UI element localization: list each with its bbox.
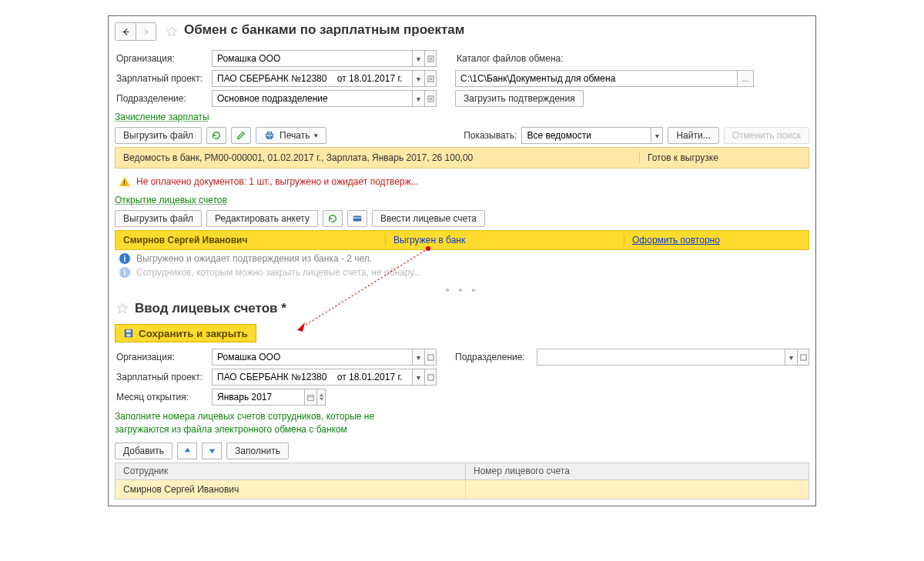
repeat-action-link[interactable]: Оформить повторно (624, 235, 808, 245)
refresh-button-2[interactable] (323, 210, 343, 227)
org2-field[interactable]: ▾ (212, 349, 437, 366)
employee-status: Выгружен в банк (385, 235, 624, 245)
open-icon[interactable] (424, 349, 437, 366)
browse-button[interactable]: ... (737, 70, 754, 87)
employee-row[interactable]: Смирнов Сергей Иванович Выгружен в банк … (115, 230, 809, 250)
employee-name: Смирнов Сергей Иванович (116, 235, 385, 245)
open-icon[interactable] (424, 70, 437, 87)
enter-accounts-button[interactable]: Ввести лицевые счета (372, 210, 485, 227)
dropdown-icon[interactable]: ▾ (785, 349, 797, 366)
favorite-star-icon[interactable] (115, 301, 130, 316)
export-file-button[interactable]: Выгрузить файл (115, 127, 202, 144)
dept-label: Подразделение: (115, 93, 206, 104)
favorite-star-icon[interactable] (164, 24, 179, 39)
project-label: Зарплатный проект: (115, 73, 206, 84)
pane2-title: Ввод лицевых счетов * (135, 301, 286, 316)
cell-employee: Смирнов Сергей Иванович (116, 480, 466, 499)
warning-text: Не оплачено документов: 1 шт., выгружено… (136, 176, 419, 187)
svg-rect-13 (427, 354, 433, 359)
open-icon[interactable] (424, 50, 437, 67)
svg-rect-12 (126, 334, 130, 337)
folder-label: Каталог файлов обмена: (455, 53, 564, 64)
svg-marker-9 (117, 303, 127, 313)
dropdown-icon[interactable]: ▾ (412, 90, 424, 107)
org2-label: Организация: (115, 352, 206, 362)
open-icon[interactable] (797, 349, 809, 366)
forward-button[interactable] (136, 23, 156, 40)
warning-icon (119, 177, 130, 186)
month-label: Месяц открытия: (115, 392, 206, 402)
dropdown-icon[interactable]: ▾ (412, 70, 424, 87)
move-up-button[interactable] (177, 442, 197, 459)
svg-rect-8 (353, 217, 362, 219)
svg-marker-0 (166, 26, 176, 36)
statement-status: Готов к выгрузке (639, 152, 808, 163)
th-account-number: Номер лицевого счета (466, 466, 808, 476)
svg-rect-3 (427, 95, 433, 101)
info-text-1: Выгружено и ожидает подтверждения из бан… (136, 253, 372, 264)
svg-rect-15 (427, 374, 433, 379)
proj2-field[interactable]: ▾ (212, 369, 437, 386)
export-file-button-2[interactable]: Выгрузить файл (115, 210, 202, 227)
edit-form-button[interactable]: Редактировать анкету (206, 210, 318, 227)
card-icon-button[interactable] (347, 210, 367, 227)
find-button[interactable]: Найти... (668, 127, 718, 144)
org-field[interactable]: ▾ (212, 50, 437, 67)
save-and-close-button[interactable]: Сохранить и закрыть (115, 324, 256, 342)
info-icon: i (119, 253, 130, 264)
load-confirmations-button[interactable]: Загрузить подтверждения (455, 90, 584, 107)
dropdown-icon[interactable]: ▾ (412, 349, 424, 366)
info-text-2: Сотрудников, которым можно закрыть лицев… (136, 267, 421, 278)
svg-rect-1 (427, 55, 433, 61)
month-stepper[interactable] (316, 389, 326, 406)
statement-text: Ведомость в банк, РМ00-000001, 01.02.201… (116, 152, 639, 163)
svg-rect-16 (308, 395, 314, 400)
page-title: Обмен с банками по зарплатным проектам (184, 21, 464, 42)
edit-pencil-button[interactable] (231, 127, 251, 144)
hint-text: Заполните номера лицевых счетов сотрудни… (115, 407, 809, 439)
svg-rect-2 (427, 75, 433, 81)
dept2-field[interactable]: ▾ (537, 349, 809, 366)
dropdown-icon[interactable]: ▾ (412, 369, 424, 386)
project-field[interactable]: ▾ (212, 70, 437, 87)
open-accounts-link[interactable]: Открытие лицевых счетов (115, 192, 227, 207)
show-label: Показывать: (464, 130, 517, 141)
add-button[interactable]: Добавить (115, 442, 172, 459)
svg-rect-11 (126, 330, 131, 333)
open-icon[interactable] (424, 369, 437, 386)
accounts-table: Сотрудник Номер лицевого счета Смирнов С… (115, 462, 809, 499)
dept2-label: Подразделение: (454, 352, 531, 362)
dept-field[interactable]: ▾ (212, 90, 437, 107)
statement-row[interactable]: Ведомость в банк, РМ00-000001, 01.02.201… (115, 147, 809, 169)
org-label: Организация: (115, 53, 206, 64)
nav-buttons (115, 22, 156, 41)
proj2-label: Зарплатный проект: (115, 372, 206, 382)
month-field[interactable] (212, 389, 326, 406)
cancel-find-button: Отменить поиск (724, 127, 809, 144)
dropdown-icon[interactable]: ▾ (412, 50, 424, 67)
info-icon: i (119, 267, 130, 278)
dropdown-icon[interactable]: ▾ (651, 127, 663, 144)
back-button[interactable] (116, 23, 136, 40)
th-employee: Сотрудник (116, 463, 466, 479)
refresh-button[interactable] (206, 127, 226, 144)
print-button[interactable]: Печать ▾ (256, 127, 326, 144)
fill-button[interactable]: Заполнить (226, 442, 289, 459)
show-filter-field[interactable]: ▾ (521, 127, 663, 144)
salary-deposit-link[interactable]: Зачисление зарплаты (115, 109, 209, 124)
move-down-button[interactable] (202, 442, 222, 459)
open-icon[interactable] (424, 90, 437, 107)
table-row[interactable]: Смирнов Сергей Иванович (116, 480, 808, 499)
calendar-icon[interactable] (304, 389, 316, 406)
folder-field[interactable]: ... (455, 70, 754, 87)
svg-rect-5 (267, 132, 271, 135)
resize-handle[interactable]: • • • (109, 287, 815, 296)
svg-rect-14 (800, 354, 805, 359)
